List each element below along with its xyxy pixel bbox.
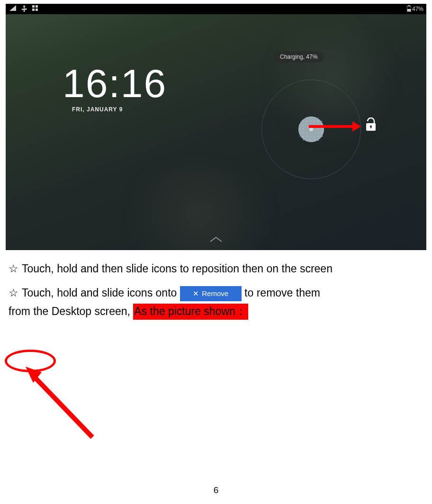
charging-toast: Charging, 47%: [273, 51, 324, 63]
annotation-arrow-right: [309, 123, 361, 130]
page-number: 6: [0, 485, 432, 495]
battery-text: 47%: [412, 6, 423, 12]
status-bar: 47%: [6, 4, 426, 14]
svg-rect-6: [407, 9, 411, 11]
signal-icon: [9, 5, 16, 13]
lockscreen-screenshot: 47% 16:16 FRI, JANUARY 9 Charging, 47%: [6, 4, 426, 250]
svg-rect-3: [36, 9, 38, 11]
clock-time: 16:16: [63, 61, 167, 107]
document-body: ☆ Touch, hold and then slide icons to re…: [6, 250, 426, 321]
clock-date: FRI, JANUARY 9: [72, 106, 123, 113]
bg-decor: [110, 165, 290, 250]
chevron-up-icon[interactable]: [209, 236, 223, 244]
bullet-1: ☆ Touch, hold and then slide icons to re…: [9, 260, 423, 278]
bullet-2: ☆ Touch, hold and slide icons onto ✕ Rem…: [9, 284, 423, 321]
highlight-text: As the picture shown：: [133, 304, 248, 320]
remove-label: Remove: [202, 288, 228, 300]
bullet-2-text-a: Touch, hold and slide icons onto: [22, 287, 177, 299]
close-icon: ✕: [193, 288, 199, 300]
star-icon: ☆: [9, 284, 19, 302]
annotation-arrow-diag: [24, 364, 99, 440]
menu-icon: [32, 5, 38, 13]
star-icon: ☆: [9, 260, 19, 278]
bullet-1-text: Touch, hold and then slide icons to repo…: [22, 262, 333, 275]
battery-icon: [407, 5, 411, 13]
svg-rect-0: [32, 5, 35, 8]
bullet-2-text-c: from the Desktop screen,: [9, 305, 130, 317]
lock-open-icon[interactable]: [365, 117, 377, 134]
annotation-callout: [5, 350, 109, 449]
svg-line-10: [33, 376, 92, 437]
bullet-2-text-b: to remove them: [244, 287, 320, 299]
svg-rect-1: [36, 5, 38, 8]
svg-rect-2: [32, 9, 35, 11]
usb-icon: [22, 5, 27, 13]
svg-rect-9: [370, 126, 371, 128]
remove-button[interactable]: ✕ Remove: [180, 286, 242, 301]
